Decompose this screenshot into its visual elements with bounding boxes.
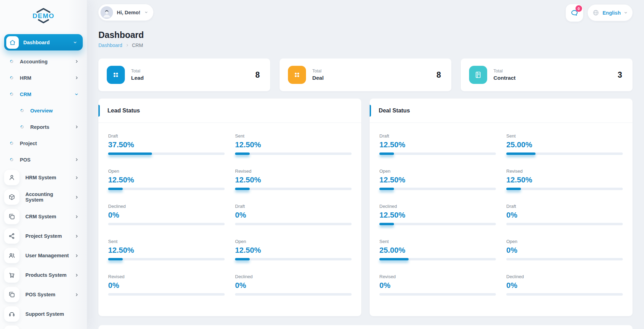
sidebar-item-hrm[interactable]: HRM <box>0 70 87 86</box>
status-value: 0% <box>506 211 623 220</box>
status-row: Revised 0% <box>379 274 496 303</box>
progress-track <box>379 258 496 260</box>
sidebar-item-label: Products System <box>25 272 69 278</box>
progress-fill <box>108 258 123 260</box>
progress-track <box>506 293 623 296</box>
status-value: 12.50% <box>235 175 352 185</box>
page-title: Dashboard <box>98 30 633 40</box>
chevron-down-icon <box>73 40 77 45</box>
chevron-right-icon <box>75 125 79 129</box>
progress-track <box>379 152 496 155</box>
status-row: Draft 12.50% <box>379 133 496 163</box>
total-contract-card: Total Contract 3 <box>461 58 633 91</box>
progress-track <box>379 293 496 296</box>
status-row: Draft 37.50% <box>108 133 225 163</box>
status-row: Sent 25.00% <box>379 239 496 268</box>
topbar: Hi, Demo! 0 English <box>98 0 633 24</box>
status-row: Revised 12.50% <box>506 169 623 198</box>
user-menu[interactable]: Hi, Demo! <box>98 4 153 21</box>
sidebar-item-crm-system[interactable]: CRM System <box>0 207 87 226</box>
progress-fill <box>235 152 250 155</box>
chevron-right-icon <box>75 215 79 219</box>
status-row: Declined 0% <box>108 204 225 233</box>
sidebar-item-reports[interactable]: Reports <box>0 119 87 135</box>
status-value: 0% <box>108 281 225 290</box>
stat-caption: Total <box>493 69 618 73</box>
bullet-icon <box>9 141 14 146</box>
progress-fill <box>506 188 521 190</box>
cart-icon <box>4 267 19 283</box>
book-icon <box>469 66 487 84</box>
copy-icon <box>4 209 19 224</box>
status-value: 12.50% <box>379 140 496 149</box>
sidebar-item-hrm-system[interactable]: HRM System <box>0 168 87 187</box>
status-row: Open 12.50% <box>235 239 352 268</box>
status-label: Declined <box>108 204 225 209</box>
status-value: 12.50% <box>235 140 352 149</box>
bullet-icon <box>20 108 24 113</box>
progress-fill <box>506 152 536 155</box>
sidebar-item-label: POS System <box>25 292 69 297</box>
bullet-icon <box>9 92 14 96</box>
sidebar-item-partial-tile <box>4 326 19 329</box>
progress-track <box>108 188 225 190</box>
status-value: 12.50% <box>506 175 623 185</box>
sidebar-item-accounting-system[interactable]: Accounting System <box>0 187 87 207</box>
progress-track <box>235 258 352 260</box>
progress-fill <box>379 223 394 225</box>
status-value: 0% <box>506 281 623 290</box>
bullet-icon <box>9 76 14 80</box>
status-label: Revised <box>235 169 352 174</box>
stat-caption: Total <box>131 69 255 73</box>
breadcrumb-dashboard-link[interactable]: Dashboard <box>98 42 122 48</box>
stat-value: 8 <box>436 70 441 80</box>
status-row: Revised 0% <box>108 274 225 303</box>
sidebar-item-accounting[interactable]: Accounting <box>0 53 87 70</box>
status-value: 12.50% <box>108 246 225 255</box>
sidebar-item-dashboard[interactable]: Dashboard <box>4 34 83 50</box>
progress-track <box>235 223 352 225</box>
users-icon <box>4 248 19 263</box>
chevron-right-icon <box>75 254 79 258</box>
logo-base-icon <box>37 19 50 23</box>
progress-track <box>506 223 623 225</box>
chevron-right-icon <box>75 60 79 63</box>
progress-fill <box>379 152 394 155</box>
sidebar-item-label: User Management <box>25 253 69 258</box>
status-row: Sent 12.50% <box>235 133 352 163</box>
status-label: Open <box>506 239 623 244</box>
status-label: Open <box>235 239 352 244</box>
sidebar-item-crm[interactable]: CRM <box>0 86 87 102</box>
sidebar-item-support-system[interactable]: Support System <box>0 304 87 324</box>
bullet-icon <box>20 125 24 129</box>
language-selector[interactable]: English <box>588 5 633 21</box>
status-value: 0% <box>506 246 623 255</box>
progress-track <box>108 293 225 296</box>
status-label: Revised <box>108 274 225 279</box>
progress-fill <box>235 258 250 260</box>
sidebar-item-products-system[interactable]: Products System <box>0 265 87 285</box>
lead-status-panel: Lead Status Draft 37.50% Sent 12.50% <box>98 99 361 316</box>
sidebar-item-pos-system[interactable]: POS System <box>0 285 87 304</box>
sidebar-item-label: Project System <box>25 233 69 239</box>
user-icon <box>4 170 19 185</box>
progress-track <box>506 258 623 260</box>
language-label: English <box>603 10 621 16</box>
progress-fill <box>108 188 123 190</box>
sidebar-item-overview[interactable]: Overview <box>0 102 87 119</box>
sidebar-item-label: HRM <box>20 75 75 81</box>
status-value: 0% <box>108 211 225 220</box>
sidebar-item-user-management[interactable]: User Management <box>0 246 87 265</box>
sidebar-item-pos[interactable]: POS <box>0 151 87 168</box>
sidebar-item-label: Reports <box>30 124 75 130</box>
sidebar-item-project[interactable]: Project <box>0 135 87 151</box>
deal-status-panel: Deal Status Draft 12.50% Sent 25.00% <box>370 99 633 316</box>
status-label: Sent <box>108 239 225 244</box>
chevron-right-icon <box>75 234 79 238</box>
status-row: Sent 12.50% <box>108 239 225 268</box>
sidebar-item-project-system[interactable]: Project System <box>0 226 87 246</box>
messages-button[interactable]: 0 <box>566 4 583 22</box>
status-value: 25.00% <box>379 246 496 255</box>
progress-track <box>235 188 352 190</box>
chevron-right-icon <box>75 76 79 80</box>
